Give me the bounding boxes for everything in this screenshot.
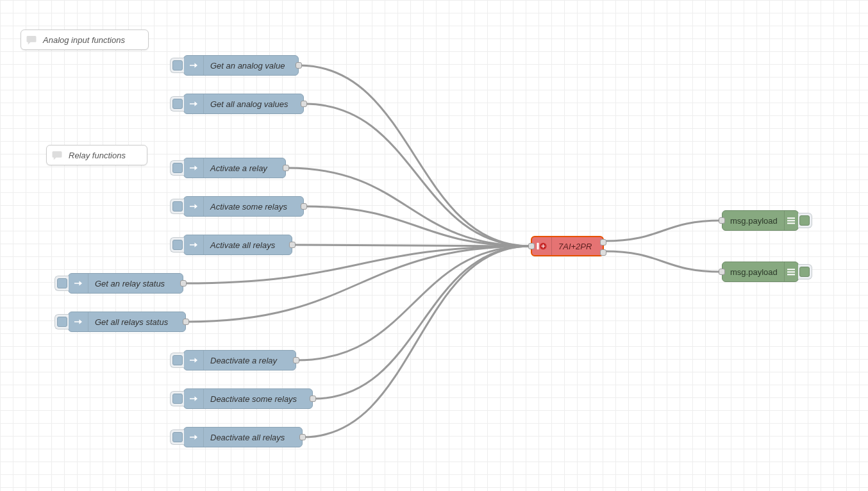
inject-get-an-analog-value[interactable]: Get an analog value (183, 55, 299, 76)
output-port[interactable] (299, 434, 306, 440)
output-port-1[interactable] (600, 239, 606, 246)
output-port[interactable] (310, 395, 316, 402)
svg-rect-4 (787, 222, 795, 224)
node-label: Deactivate all relays (204, 433, 294, 442)
input-port[interactable] (719, 269, 725, 275)
node-label: Activate some relays (204, 202, 296, 212)
node-label: Activate all relays (204, 240, 284, 250)
svg-rect-2 (787, 217, 795, 219)
debug-icon (784, 211, 798, 230)
comment-relay-functions[interactable]: Relay functions (46, 145, 147, 165)
arrow-right-icon (69, 274, 88, 293)
inject-trigger-button[interactable] (54, 276, 69, 291)
arrow-right-icon (184, 158, 204, 178)
inject-trigger-button[interactable] (170, 58, 184, 73)
debug-node-1[interactable]: msg.payload (722, 210, 799, 231)
inject-get-an-relay-status[interactable]: Get an relay status (68, 273, 183, 294)
inject-trigger-button[interactable] (54, 314, 69, 329)
wires-layer (0, 0, 868, 491)
inject-trigger-button[interactable] (170, 199, 184, 214)
arrow-right-icon (184, 389, 204, 408)
comment-label: Relay functions (69, 151, 126, 160)
output-port[interactable] (296, 62, 302, 69)
arrow-right-icon (184, 428, 204, 447)
node-label: 7AI+2PR (552, 242, 601, 251)
inject-trigger-button[interactable] (170, 391, 184, 406)
output-port[interactable] (283, 165, 289, 171)
node-label: Get all relays status (88, 317, 177, 327)
output-port[interactable] (293, 357, 299, 363)
inject-activate-some-relays[interactable]: Activate some relays (183, 196, 304, 217)
node-red-icon (532, 237, 552, 255)
node-label: Deactivate some relays (204, 394, 306, 404)
inject-get-all-analog-values[interactable]: Get all analog values (183, 94, 304, 114)
arrow-right-icon (184, 94, 204, 113)
node-label: Get an analog value (204, 61, 294, 71)
svg-rect-0 (537, 243, 539, 250)
inject-deactivate-a-relay[interactable]: Deactivate a relay (183, 350, 296, 370)
inject-deactivate-some-relays[interactable]: Deactivate some relays (183, 388, 313, 409)
debug-toggle-button[interactable] (798, 213, 812, 228)
inject-trigger-button[interactable] (170, 96, 184, 112)
comment-analog-input-functions[interactable]: Analog input functions (21, 29, 149, 50)
node-label: msg.payload (722, 216, 784, 226)
inject-get-all-relays-status[interactable]: Get all relays status (68, 312, 186, 332)
output-port[interactable] (301, 101, 307, 107)
inject-trigger-button[interactable] (170, 237, 184, 253)
output-port-2[interactable] (600, 249, 606, 256)
svg-rect-6 (787, 271, 795, 272)
inject-deactivate-all-relays[interactable]: Deactivate all relays (183, 427, 303, 447)
node-label: Activate a relay (204, 163, 276, 173)
debug-toggle-button[interactable] (798, 264, 812, 279)
input-port[interactable] (719, 217, 725, 224)
speech-bubble-icon (51, 149, 63, 162)
arrow-right-icon (69, 312, 88, 331)
inject-activate-a-relay[interactable]: Activate a relay (183, 158, 286, 178)
arrow-right-icon (184, 197, 204, 216)
svg-rect-3 (787, 220, 795, 221)
node-label: Deactivate a relay (204, 356, 286, 365)
debug-icon (784, 262, 798, 281)
output-port[interactable] (183, 319, 189, 325)
output-port[interactable] (289, 242, 296, 248)
inject-activate-all-relays[interactable]: Activate all relays (183, 235, 292, 255)
comment-label: Analog input functions (43, 35, 125, 45)
node-7ai-2pr[interactable]: 7AI+2PR (531, 236, 604, 256)
inject-trigger-button[interactable] (170, 353, 184, 368)
svg-rect-7 (787, 274, 795, 275)
arrow-right-icon (184, 351, 204, 370)
node-label: msg.payload (722, 267, 784, 277)
output-port[interactable] (301, 203, 307, 210)
svg-rect-5 (787, 269, 795, 270)
input-port[interactable] (528, 243, 535, 249)
inject-trigger-button[interactable] (170, 429, 184, 445)
speech-bubble-icon (25, 33, 38, 46)
node-label: Get all analog values (204, 99, 297, 109)
output-port[interactable] (180, 280, 187, 287)
arrow-right-icon (184, 235, 204, 254)
arrow-right-icon (184, 56, 204, 75)
debug-node-2[interactable]: msg.payload (722, 262, 799, 282)
node-label: Get an relay status (88, 279, 174, 288)
inject-trigger-button[interactable] (170, 160, 184, 176)
flow-canvas[interactable]: Analog input functions Relay functions G… (0, 0, 868, 491)
